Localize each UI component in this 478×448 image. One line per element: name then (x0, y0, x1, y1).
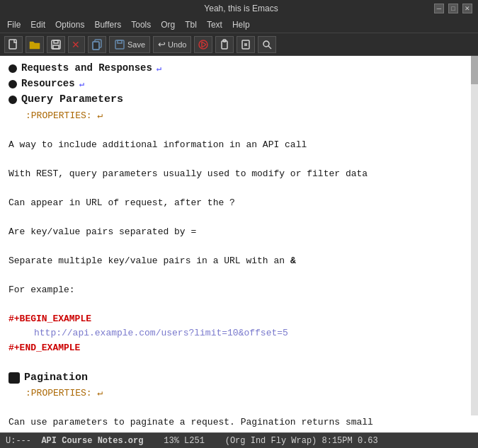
clipboard-paste-button[interactable] (237, 36, 255, 53)
run-button[interactable] (194, 36, 212, 53)
body-line-12: For example: (8, 283, 470, 297)
pagination-properties-text: :PROPERTIES: ↵ (25, 388, 103, 398)
run-icon (198, 39, 209, 50)
status-mode-line: (Org Ind Fly Wrap) 8:15PM 0.63 (225, 436, 378, 446)
menu-bar: File Edit Options Buffers Tools Org Tbl … (0, 17, 478, 33)
menu-tbl[interactable]: Tbl (181, 18, 201, 31)
undo-button[interactable]: ↩ Undo (153, 36, 191, 53)
body-line-11 (8, 268, 470, 282)
editor-area[interactable]: Requests and Responses ↵ Resources ↵ Que… (0, 56, 478, 432)
bullet-resources (8, 80, 17, 88)
body-line-3 (8, 152, 470, 166)
save-label-button[interactable]: Save (109, 36, 150, 53)
save-label-text: Save (127, 40, 145, 49)
title-bar-text: Yeah, this is Emacs (48, 4, 434, 13)
menu-text[interactable]: Text (203, 18, 227, 31)
new-file-icon (8, 39, 19, 50)
heading-requests-responses: Requests and Responses ↵ (8, 61, 470, 76)
search-button[interactable] (258, 36, 276, 53)
menu-help[interactable]: Help (228, 18, 254, 31)
svg-rect-3 (53, 45, 59, 49)
bullet-requests-responses (8, 64, 17, 73)
body-line-14 (8, 355, 470, 369)
title-bar-controls[interactable]: ─ □ ✕ (434, 4, 472, 13)
clipboard-copy-icon (219, 39, 230, 50)
maximize-button[interactable]: □ (448, 4, 458, 13)
svg-rect-7 (115, 40, 124, 49)
arrow-resources: ↵ (79, 78, 84, 91)
menu-tools[interactable]: Tools (127, 18, 155, 31)
body-line-5 (8, 181, 470, 195)
svg-point-18 (263, 41, 269, 47)
svg-rect-0 (9, 40, 16, 49)
save-icon (50, 39, 62, 50)
body-line-4: With REST, query parameters usually used… (8, 167, 470, 181)
status-bar: U:--- API Course Notes.org 13% L251 (Org… (0, 432, 478, 448)
body-line-13 (8, 297, 470, 311)
ampersand-bold: & (290, 255, 296, 266)
menu-options[interactable]: Options (51, 18, 89, 31)
status-mode-indicator: U:--- (6, 436, 31, 446)
scrollbar-thumb[interactable] (471, 56, 478, 84)
new-file-button[interactable] (4, 36, 23, 53)
undo-label: Undo (168, 40, 186, 49)
menu-org[interactable]: Org (157, 18, 179, 31)
toolbar: ✕ Save ↩ Undo (0, 33, 478, 56)
example-begin: #+BEGIN_EXAMPLE (8, 312, 470, 326)
body-line-7 (8, 210, 470, 224)
menu-file[interactable]: File (3, 18, 25, 31)
search-icon (261, 39, 273, 50)
open-file-button[interactable] (25, 36, 44, 53)
body-line-1 (8, 123, 470, 137)
arrow-requests-responses: ↵ (157, 62, 161, 75)
properties-text: :PROPERTIES: ↵ (25, 110, 103, 121)
body-line-9 (8, 239, 470, 253)
bullet-query-params (8, 96, 17, 104)
heading-query-params-text: Query Parameters (21, 92, 123, 108)
copy-button[interactable] (88, 36, 106, 53)
status-position: 13% L251 (164, 436, 205, 446)
body-line-2: A way to include additional information … (8, 138, 470, 152)
heading-pagination: Pagination (8, 370, 470, 386)
body-line-10: Separate multiple key/value pairs in a U… (8, 254, 470, 268)
title-bar: Yeah, this is Emacs ─ □ ✕ (0, 0, 478, 17)
clipboard-paste-icon (240, 39, 251, 50)
menu-edit[interactable]: Edit (26, 18, 50, 31)
svg-rect-15 (242, 40, 249, 49)
heading-resources-text: Resources (21, 76, 75, 91)
heading-pagination-text: Pagination (24, 370, 88, 386)
svg-line-19 (268, 46, 271, 49)
kill-buffer-button[interactable]: ✕ (68, 36, 85, 53)
example-url: http://api.example.com/users?limit=10&of… (8, 326, 470, 340)
pagination-body-1: Can use parameters to paginate a request… (8, 415, 470, 430)
bullet-pagination (8, 372, 20, 384)
heading-query-params: Query Parameters (8, 92, 470, 108)
clipboard-copy-button[interactable] (215, 36, 234, 53)
status-buffer-name: API Course Notes.org (41, 436, 143, 446)
example-end: #+END_EXAMPLE (8, 341, 470, 355)
save-label-icon (114, 39, 125, 50)
copy-icon (91, 39, 103, 50)
svg-rect-2 (54, 40, 58, 43)
scrollbar[interactable] (471, 56, 478, 415)
body-line-6: Can appear in URL of request, after the … (8, 196, 470, 210)
minimize-button[interactable]: ─ (434, 4, 444, 13)
pagination-properties: :PROPERTIES: ↵ (8, 386, 470, 401)
svg-line-10 (202, 42, 206, 45)
pagination-spacer (8, 401, 470, 415)
pagination-body-2: number of data objects at one time. Retu… (8, 430, 470, 433)
heading-resources: Resources ↵ (8, 76, 470, 91)
svg-rect-8 (118, 40, 122, 43)
open-folder-icon (29, 39, 40, 50)
close-button[interactable]: ✕ (462, 4, 472, 13)
svg-point-9 (199, 40, 207, 49)
svg-rect-5 (93, 42, 99, 50)
menu-buffers[interactable]: Buffers (90, 18, 125, 31)
save-file-button[interactable] (47, 36, 65, 53)
kill-icon: ✕ (72, 39, 80, 50)
query-params-properties: :PROPERTIES: ↵ (8, 109, 470, 123)
undo-icon: ↩ (158, 39, 166, 50)
svg-line-11 (202, 45, 206, 47)
heading-requests-responses-text: Requests and Responses (21, 61, 152, 76)
body-line-8: Are key/value pairs separated by = (8, 225, 470, 239)
